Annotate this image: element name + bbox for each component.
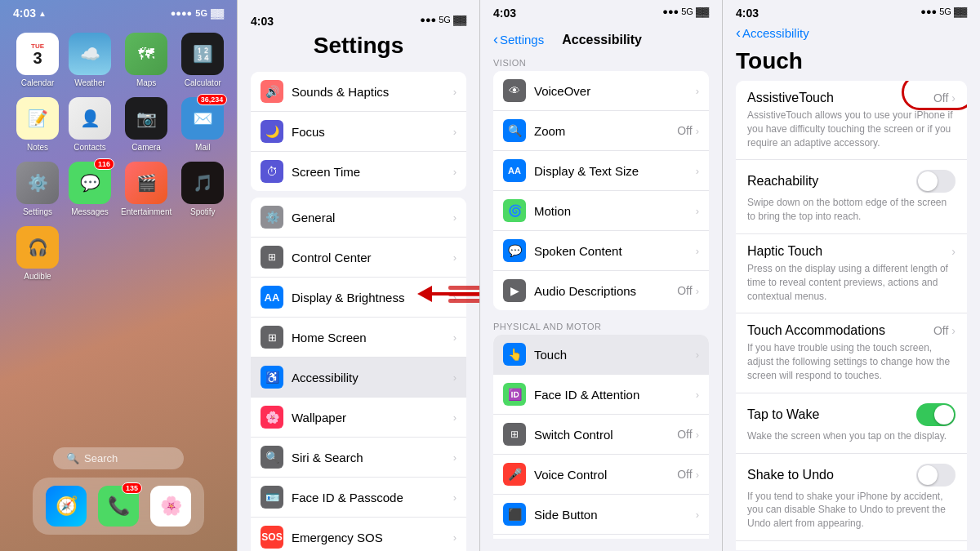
app-camera[interactable]: 📷 Camera [121,97,172,152]
touch-back-label: Accessibility [742,26,809,40]
back-chevron2: ‹ [736,24,741,42]
zoom-icon: 🔍 [503,119,526,142]
search-bar[interactable]: 🔍 Search [53,447,184,469]
app-messages[interactable]: 💬 116 Messages [69,162,111,216]
settings-list: 🔊 Sounds & Haptics › 🌙 Focus › ⏱ Screen … [251,72,466,191]
section-physical: PHYSICAL AND MOTOR [480,317,722,335]
settings-item-accessibility[interactable]: ♿ Accessibility › [251,358,466,398]
chevron-icon: › [696,165,699,177]
accessibility-item-zoom[interactable]: 🔍 Zoom Off › [493,111,709,151]
accessibility-item-touch[interactable]: 👆 Touch › [493,335,709,375]
location-icon: ▲ [38,9,47,18]
general-icon: ⚙️ [261,206,283,229]
chevron-icon: › [696,469,699,481]
touch-item-vibration[interactable]: Vibration When this switch is off, all v… [736,541,967,550]
chevron-icon: › [696,205,699,217]
accessibility-item-motion[interactable]: 🌀 Motion › [493,191,709,231]
dock-photos[interactable]: 🌸 [150,486,191,527]
section-vision: VISION [480,53,722,71]
chevron-icon: › [453,451,457,464]
settings-item-controlcenter[interactable]: ⊞ Control Center › [251,238,466,278]
chevron-icon: › [696,509,699,521]
p4-time: 4:03 [736,7,759,20]
p4-status: ●●● 5G ▓▓ [920,7,967,20]
physical-list: 👆 Touch › 🆔 Face ID & Attention › ⊞ Swit… [493,335,709,539]
accessibility-item-switch[interactable]: ⊞ Switch Control Off › [493,415,709,455]
status-time: 4:03 [13,7,36,20]
touch-item-reachability[interactable]: Reachability Swipe down on the bottom ed… [736,160,967,234]
settings-item-faceid[interactable]: 🪪 Face ID & Passcode › [251,478,466,518]
switch-icon: ⊞ [503,423,526,446]
app-spotify[interactable]: 🎵 Spotify [181,162,224,216]
app-contacts[interactable]: 👤 Contacts [69,97,111,152]
screentime-icon: ⏱ [261,160,283,183]
chevron-icon: › [696,429,699,441]
accessibility-item-display[interactable]: AA Display & Text Size › [493,151,709,191]
app-maps[interactable]: 🗺 Maps [121,33,172,87]
toggle-thumb [918,465,938,485]
accessibility-item-side[interactable]: ⬛ Side Button › [493,495,709,535]
p3-status: ●●● 5G ▓▓ [662,7,709,20]
settings-item-siri[interactable]: 🔍 Siri & Search › [251,438,466,478]
audiodesc-icon: ▶ [503,279,526,302]
wallpaper-icon: 🌸 [261,406,283,429]
app-entertainment[interactable]: 🎬 Entertainment [121,162,172,216]
toggle-thumb [934,405,954,424]
app-weather[interactable]: ☁️ Weather [69,33,111,87]
messages-badge: 116 [94,158,114,170]
touch-item-accommodations[interactable]: Touch Accommodations Off › If you have t… [736,313,967,393]
toggle-thumb [918,171,938,191]
motion-icon: 🌀 [503,199,526,222]
focus-icon: 🌙 [261,120,283,143]
touch-nav: ‹ Accessibility [723,21,980,48]
touch-item-assistive[interactable]: AssistiveTouch Off › AssistiveTouch allo… [736,81,967,160]
settings-item-display[interactable]: AA Display & Brightness › [251,278,466,318]
accessibility-icon: ♿ [261,366,283,389]
app-audible[interactable]: 🎧 Audible [16,226,59,281]
touch-item-shakeundo[interactable]: Shake to Undo If you tend to shake your … [736,454,967,541]
settings-item-sounds[interactable]: 🔊 Sounds & Haptics › [251,72,466,112]
network-type: 5G [195,8,207,18]
app-mail[interactable]: ✉️ 36,234 Mail [181,97,224,152]
accessibility-panel: 4:03 ●●● 5G ▓▓ ‹ Settings Accessibility … [479,0,722,551]
search-icon: 🔍 [66,452,79,464]
settings-item-general[interactable]: ⚙️ General › [251,198,466,238]
settings-item-screentime[interactable]: ⏱ Screen Time › [251,152,466,191]
app-settings[interactable]: ⚙️ Settings [16,162,59,216]
dock-safari[interactable]: 🧭 [46,486,87,527]
p3-time: 4:03 [493,7,516,20]
sounds-icon: 🔊 [261,80,283,103]
settings-item-homescreen[interactable]: ⊞ Home Screen › [251,318,466,358]
accessibility-item-audiodesc[interactable]: ▶ Audio Descriptions Off › [493,271,709,310]
taptowake-toggle[interactable] [916,403,956,426]
accessibility-item-spoken[interactable]: 💬 Spoken Content › [493,231,709,271]
touch-icon: 👆 [503,343,526,366]
accessibility-item-faceid[interactable]: 🆔 Face ID & Attention › [493,375,709,415]
reachability-toggle[interactable] [916,170,956,193]
chevron-icon: › [453,211,457,224]
settings-item-wallpaper[interactable]: 🌸 Wallpaper › [251,398,466,438]
battery-icon: ▓▓ [211,8,224,18]
back-label: Settings [500,33,544,47]
accessibility-item-voiceover[interactable]: 👁 VoiceOver › [493,71,709,111]
back-button[interactable]: ‹ Settings [493,31,544,48]
shakeundo-toggle[interactable] [916,464,956,487]
touch-item-taptowake[interactable]: Tap to Wake Wake the screen when you tap… [736,393,967,454]
accessibility-item-nearby[interactable]: 📡 Control Nearby Devices › [493,535,709,539]
settings-title: Settings [251,29,466,65]
app-calendar[interactable]: TUE 3 Calendar [16,33,59,87]
app-calculator[interactable]: 🔢 Calculator [181,33,224,87]
touch-item-haptic[interactable]: Haptic Touch › Press on the display usin… [736,234,967,313]
chevron-icon: › [696,349,699,361]
dock-phone[interactable]: 📞 135 [98,486,139,527]
back-chevron: ‹ [493,31,498,48]
settings-item-sos[interactable]: SOS Emergency SOS › [251,518,466,551]
app-grid-row1: TUE 3 Calendar ☁️ Weather 🗺 Maps 🔢 Calcu… [0,23,237,291]
accessibility-item-voice[interactable]: 🎤 Voice Control Off › [493,455,709,495]
app-notes[interactable]: 📝 Notes [16,97,59,152]
touch-back-button[interactable]: ‹ Accessibility [736,24,809,42]
chevron-icon: › [696,85,699,97]
settings-panel: 4:03 ●●● 5G ▓▓ Settings 🔊 Sounds & Hapti… [237,0,479,551]
signal-icon: ●●●● [171,8,193,18]
settings-item-focus[interactable]: 🌙 Focus › [251,112,466,152]
